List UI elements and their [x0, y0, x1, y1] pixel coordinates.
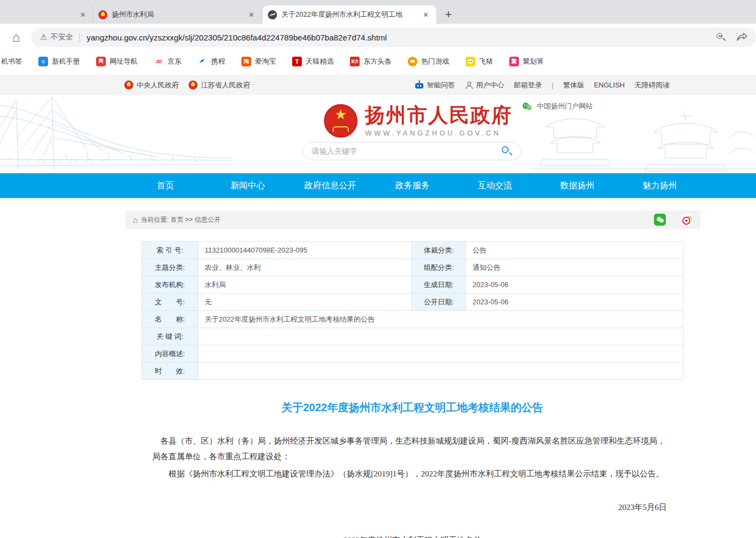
breadcrumb-home-icon[interactable]: ⌂	[133, 215, 138, 224]
bridge-line-art	[0, 94, 232, 173]
meta-value	[198, 363, 684, 380]
bookmark-label: 爱淘宝	[255, 57, 276, 66]
link-user-center[interactable]: 用户中心	[465, 80, 504, 90]
bookmark-item[interactable]: 淘 爱淘宝	[241, 57, 276, 66]
meta-value	[198, 345, 684, 363]
table-row: 关 键 词:	[142, 328, 684, 345]
bookmark-item[interactable]: T 天猫精选	[292, 57, 334, 66]
url-text[interactable]: yangzhou.gov.cn/yzszxxgk/slj/202305/210c…	[86, 33, 716, 42]
zoom-out-icon[interactable]	[716, 32, 726, 42]
tab-truncated[interactable]: ✕	[0, 5, 93, 24]
bookmark-item[interactable]: ≡ 新机手册	[38, 57, 80, 66]
user-icon	[465, 81, 474, 90]
gov-emblem-icon	[124, 80, 133, 90]
bookmark-item[interactable]: 机书签	[1, 57, 22, 66]
taobao-icon: 淘	[241, 57, 251, 66]
nav-item-charm[interactable]: 魅力扬州	[618, 173, 701, 198]
bookmark-label: 新机手册	[52, 57, 80, 66]
bookmark-label: 热门游戏	[421, 57, 449, 66]
nav-item-services[interactable]: 政务服务	[372, 173, 454, 198]
meta-label: 主题分类:	[142, 259, 198, 276]
jd-icon: JD	[154, 57, 164, 66]
article-title: 关于2022年度扬州市水利工程文明工地考核结果的公告	[141, 400, 683, 415]
close-icon[interactable]: ✕	[78, 10, 88, 20]
meta-value: 2023-05-06	[466, 276, 684, 294]
bookmark-item[interactable]: 东方 东方头条	[350, 57, 392, 66]
close-icon[interactable]: ✕	[246, 10, 256, 20]
bookmark-label: 京东	[167, 57, 181, 66]
manual-icon: ≡	[38, 57, 48, 66]
article-list-title: 2022年度扬州市水利工程文明工地名单	[141, 535, 683, 538]
portal-label: 中国扬州门户网站	[537, 101, 593, 111]
main-nav: 首页 新闻中心 政府信息公开 政务服务 互动交流 数据扬州 魅力扬州	[0, 173, 756, 198]
bookmark-item[interactable]: 飞猪	[465, 57, 493, 66]
tab-water-bureau[interactable]: 扬州市水利局 ✕	[93, 5, 262, 24]
nav-item-news[interactable]: 新闻中心	[207, 173, 289, 198]
omnibox-divider	[79, 32, 80, 42]
portal-link[interactable]: 中国扬州门户网站	[522, 101, 593, 111]
meta-value: 关于2022年度扬州市水利工程文明工地考核结果的公告	[198, 311, 684, 328]
link-accessibility[interactable]: 无障碍阅读	[634, 80, 670, 90]
nav-item-data[interactable]: 数据扬州	[536, 173, 619, 198]
nav-item-home[interactable]: 首页	[124, 173, 207, 198]
table-row: 内容概述:	[142, 345, 684, 363]
bookmark-item[interactable]: 聚 聚划算	[509, 57, 544, 66]
tab-active-announcement[interactable]: 关于2022年度扬州市水利工程文明工地 ✕	[262, 5, 436, 24]
article-paragraph: 各县（市、区）水利（务）局，扬州经济开发区城乡事务管理局，生态科技新城规划建设局…	[141, 433, 683, 464]
link-mail-login[interactable]: 邮箱登录	[514, 80, 542, 90]
meta-value: 无	[198, 294, 412, 311]
site-name: 扬州市人民政府	[365, 105, 512, 127]
link-smart-qa[interactable]: 智能问答	[414, 80, 455, 90]
search-input[interactable]	[312, 147, 501, 155]
search-icon[interactable]	[501, 145, 512, 157]
meta-label: 发布机构:	[142, 276, 198, 294]
close-icon[interactable]: ✕	[421, 10, 431, 20]
document-meta-table: 索 引 号: 11321000014407098E-2023-095 体裁分类:…	[141, 241, 684, 380]
gov-utility-bar: 中央人民政府 江苏省人民政府 智能问答 用户中心 邮箱登录 |	[0, 76, 756, 94]
meta-label: 体裁分类:	[412, 242, 466, 259]
share-wechat-icon[interactable]	[654, 214, 666, 226]
util-link-label: 用户中心	[476, 80, 504, 90]
util-link-label: 智能问答	[427, 80, 455, 90]
link-english[interactable]: ENGLISH	[594, 81, 625, 89]
link-central-gov[interactable]: 中央人民政府	[124, 80, 179, 90]
meta-label: 内容概述:	[142, 345, 198, 363]
fliggy-pig-icon	[465, 57, 475, 66]
bookmark-item[interactable]: 热门游戏	[408, 57, 449, 66]
table-row: 发布机构: 水利局 生成日期: 2023-05-06	[142, 276, 684, 294]
bookmark-item[interactable]: 携程	[198, 57, 225, 66]
meta-value	[198, 328, 684, 345]
security-label[interactable]: 不安全	[50, 32, 73, 42]
meta-label: 公开日期:	[412, 294, 466, 311]
divider: |	[552, 81, 554, 89]
gov-emblem-favicon	[98, 10, 107, 19]
site-header: ★ 扬州市人民政府 WWW.YANGZHOU.GOV.CN 中国扬州门户网站	[0, 94, 756, 173]
home-icon[interactable]: ⌂	[5, 30, 27, 45]
bookmark-label: 聚划算	[523, 57, 544, 66]
share-weibo-icon[interactable]	[681, 214, 693, 226]
table-row: 名 称: 关于2022年度扬州市水利工程文明工地考核结果的公告	[142, 311, 684, 328]
site-logo-favicon	[268, 10, 277, 19]
meta-value: 公告	[466, 242, 684, 259]
wechat-icon	[522, 102, 532, 111]
search-box	[302, 142, 522, 160]
nav-item-info-disclosure[interactable]: 政府信息公开	[289, 173, 372, 198]
tmall-icon: T	[292, 57, 302, 66]
link-traditional[interactable]: 繁体版	[563, 80, 584, 90]
nav-item-interaction[interactable]: 互动交流	[454, 173, 536, 198]
share-icon[interactable]	[737, 32, 747, 42]
gov-link-label: 江苏省人民政府	[201, 80, 250, 90]
toutiao-icon: 东方	[350, 57, 360, 66]
address-bar-row: ⌂ ⚠ 不安全 yangzhou.gov.cn/yzszxxgk/slj/202…	[0, 24, 756, 51]
site-logo[interactable]: ★ 扬州市人民政府 WWW.YANGZHOU.GOV.CN	[324, 104, 512, 138]
link-jiangsu-gov[interactable]: 江苏省人民政府	[188, 80, 250, 90]
nav-site-icon: 网	[96, 57, 106, 66]
new-tab-button[interactable]: +	[445, 8, 452, 22]
bookmark-item[interactable]: JD 京东	[154, 57, 181, 66]
table-row: 时 效:	[142, 363, 684, 380]
meta-label: 组配分类:	[412, 259, 466, 276]
omnibox[interactable]: ⚠ 不安全 yangzhou.gov.cn/yzszxxgk/slj/20230…	[31, 28, 756, 47]
bookmark-item[interactable]: 网 网址导航	[96, 57, 138, 66]
meta-value: 11321000014407098E-2023-095	[198, 242, 412, 259]
national-emblem-icon: ★	[324, 104, 357, 138]
